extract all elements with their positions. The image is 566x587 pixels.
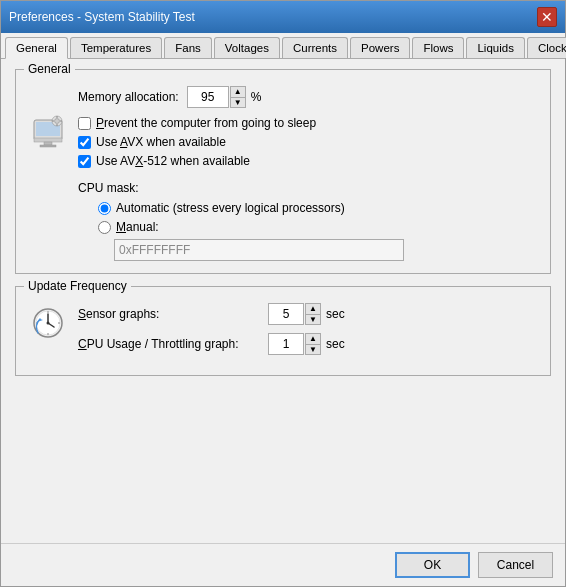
footer: OK Cancel [1, 543, 565, 586]
cpu-down-button[interactable]: ▼ [305, 344, 321, 355]
memory-up-button[interactable]: ▲ [230, 86, 246, 97]
sensor-sec-label: sec [326, 307, 345, 321]
general-section-content: Memory allocation: 95 ▲ ▼ % [28, 86, 538, 261]
cpu-usage-spinbox[interactable]: 1 ▲ ▼ [268, 333, 321, 355]
update-section-label: Update Frequency [24, 279, 131, 293]
sensor-spinbox[interactable]: 5 ▲ ▼ [268, 303, 321, 325]
automatic-radio[interactable] [98, 202, 111, 215]
sensor-graphs-input[interactable]: 5 [268, 303, 304, 325]
memory-down-button[interactable]: ▼ [230, 97, 246, 108]
update-frequency-section: Update Frequency [15, 286, 551, 376]
prevent-sleep-checkbox[interactable] [78, 117, 91, 130]
cancel-button[interactable]: Cancel [478, 552, 553, 578]
cpu-sec-label: sec [326, 337, 345, 351]
preferences-window: Preferences - System Stability Test ✕ Ge… [0, 0, 566, 587]
title-bar: Preferences - System Stability Test ✕ [1, 1, 565, 33]
svg-rect-2 [34, 138, 62, 142]
automatic-label: Automatic (stress every logical processo… [116, 201, 345, 215]
memory-allocation-input[interactable]: 95 [187, 86, 229, 108]
tab-flows[interactable]: Flows [412, 37, 464, 58]
tab-clocks[interactable]: Clocks [527, 37, 566, 58]
cpu-mask-label: CPU mask: [78, 181, 538, 195]
cpu-usage-input[interactable]: 1 [268, 333, 304, 355]
svg-rect-4 [40, 145, 56, 147]
update-rows: Sensor graphs: 5 ▲ ▼ sec CPU Usage / Thr [78, 303, 538, 363]
memory-percent-label: % [251, 90, 262, 104]
memory-allocation-label: Memory allocation: [78, 90, 179, 104]
use-avx-checkbox[interactable] [78, 136, 91, 149]
svg-rect-3 [44, 142, 52, 145]
manual-radio[interactable] [98, 221, 111, 234]
tab-currents[interactable]: Currents [282, 37, 348, 58]
cpu-usage-label: CPU Usage / Throttling graph: [78, 337, 268, 351]
cpu-usage-row: CPU Usage / Throttling graph: 1 ▲ ▼ sec [78, 333, 538, 355]
content-area: General [1, 59, 565, 543]
tab-general[interactable]: General [5, 37, 68, 59]
tab-powers[interactable]: Powers [350, 37, 410, 58]
manual-hex-input[interactable]: 0xFFFFFFFF [114, 239, 404, 261]
tab-fans[interactable]: Fans [164, 37, 212, 58]
use-avx-label: Use AVX when available [96, 135, 226, 149]
general-section-label: General [24, 62, 75, 76]
tab-liquids[interactable]: Liquids [466, 37, 524, 58]
use-avx512-checkbox[interactable] [78, 155, 91, 168]
tab-voltages[interactable]: Voltages [214, 37, 280, 58]
svg-point-15 [47, 322, 50, 325]
general-section: General [15, 69, 551, 274]
ok-button[interactable]: OK [395, 552, 470, 578]
prevent-sleep-label: Prevent the computer from going to sleep [96, 116, 316, 130]
sensor-down-button[interactable]: ▼ [305, 314, 321, 325]
svg-point-6 [55, 118, 60, 123]
tabs-container: General Temperatures Fans Voltages Curre… [1, 33, 565, 59]
window-title: Preferences - System Stability Test [9, 10, 195, 24]
memory-spinbox[interactable]: 95 ▲ ▼ [187, 86, 246, 108]
manual-input-row: 0xFFFFFFFF [114, 239, 538, 261]
close-button[interactable]: ✕ [537, 7, 557, 27]
manual-radio-row: Manual: [98, 220, 538, 234]
clock-icon [28, 303, 68, 343]
config-icon [28, 110, 68, 150]
sensor-up-button[interactable]: ▲ [305, 303, 321, 314]
tab-temperatures[interactable]: Temperatures [70, 37, 162, 58]
manual-label: Manual: [116, 220, 159, 234]
sensor-graphs-row: Sensor graphs: 5 ▲ ▼ sec [78, 303, 538, 325]
cpu-up-button[interactable]: ▲ [305, 333, 321, 344]
sensor-graphs-label: Sensor graphs: [78, 307, 268, 321]
cpu-mask-section: CPU mask: Automatic (stress every logica… [78, 181, 538, 261]
use-avx512-label: Use AVX-512 when available [96, 154, 250, 168]
automatic-radio-row: Automatic (stress every logical processo… [98, 201, 538, 215]
